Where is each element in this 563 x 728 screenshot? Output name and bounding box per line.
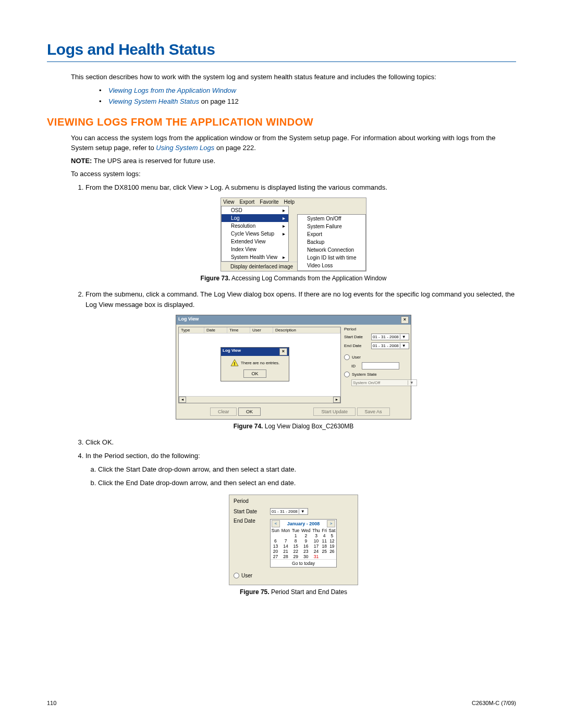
table-header[interactable]: Date: [204, 327, 227, 333]
table-header[interactable]: User: [250, 327, 273, 333]
link-viewing-logs[interactable]: Viewing Logs from the Application Window: [108, 87, 236, 94]
calendar-cell[interactable]: 11: [321, 538, 328, 544]
calendar-cell[interactable]: 3: [311, 533, 321, 538]
calendar-cell: [321, 554, 328, 559]
menu-item[interactable]: Extended View: [222, 238, 288, 245]
system-state-radio[interactable]: [344, 372, 350, 377]
horizontal-scrollbar[interactable]: ◄►: [179, 396, 340, 403]
step-4: In the Period section, do the following:…: [85, 451, 516, 489]
calendar-cell[interactable]: 31: [311, 554, 321, 559]
id-input[interactable]: [362, 362, 399, 369]
calendar-cell[interactable]: 29: [291, 554, 300, 559]
calendar-cell[interactable]: 10: [311, 538, 321, 544]
doc-id: C2630M-C (7/09): [472, 700, 516, 706]
menu-item[interactable]: Cycle Views Setup▸: [222, 230, 288, 238]
calendar-cell[interactable]: 17: [311, 544, 321, 549]
calendar-cell[interactable]: 27: [271, 554, 280, 559]
calendar-cell[interactable]: 26: [328, 549, 336, 554]
link-system-health[interactable]: Viewing System Health Status: [108, 97, 199, 105]
menu-footer[interactable]: Display deinterlaced image: [221, 262, 297, 271]
save-as-button[interactable]: Save As: [357, 408, 390, 416]
close-icon[interactable]: ×: [279, 348, 287, 355]
user-radio[interactable]: [234, 573, 239, 578]
bullet2-rest: on page 112: [199, 97, 239, 105]
menu-item[interactable]: System Health View▸: [222, 253, 288, 261]
calendar-cell[interactable]: 19: [328, 544, 336, 549]
bullet-viewing-logs: Viewing Logs from the Application Window: [108, 85, 516, 96]
table-header[interactable]: Description: [273, 327, 340, 333]
calendar-cell[interactable]: 14: [280, 544, 291, 549]
calendar-cell[interactable]: 12: [328, 538, 336, 544]
calendar-cell[interactable]: 25: [321, 549, 328, 554]
submenu-item[interactable]: Login ID list with time: [298, 254, 365, 262]
submenu-item[interactable]: Export: [298, 230, 365, 238]
calendar-cell[interactable]: 13: [271, 544, 280, 549]
ok-button[interactable]: OK: [243, 369, 266, 378]
submenu-item[interactable]: System Failure: [298, 223, 365, 230]
menu-item[interactable]: Index View: [222, 245, 288, 253]
calendar-cell[interactable]: 21: [280, 549, 291, 554]
chevron-right-icon: ▸: [283, 223, 285, 229]
svg-text:!: !: [234, 361, 235, 366]
start-date-picker[interactable]: 01 - 31 - 2008▼: [270, 508, 308, 515]
calendar-cell[interactable]: 15: [291, 544, 300, 549]
step-3: Click OK.: [85, 437, 516, 448]
start-date-picker[interactable]: 01 - 31 - 2008▼: [371, 334, 409, 340]
log-table: TypeDateTimeUserDescription Log View × !: [178, 327, 341, 403]
calendar-cell[interactable]: 6: [271, 538, 280, 544]
go-to-today-button[interactable]: Go to today: [271, 559, 336, 567]
calendar-prev-button[interactable]: <: [272, 520, 280, 527]
step-4b: Click the End Date drop-down arrow, and …: [98, 477, 516, 489]
menu-help[interactable]: Help: [284, 199, 295, 205]
menu-favorite[interactable]: Favorite: [260, 199, 278, 205]
menu-item[interactable]: OSD▸: [222, 206, 288, 214]
submenu-item[interactable]: Backup: [298, 238, 365, 246]
chevron-right-icon: ▸: [283, 215, 285, 221]
system-state-select[interactable]: System On/Off▼: [351, 379, 417, 386]
calendar-cell[interactable]: 16: [300, 544, 311, 549]
menu-item[interactable]: Resolution▸: [222, 222, 288, 230]
clear-button[interactable]: Clear: [210, 408, 237, 416]
calendar-cell[interactable]: 23: [300, 549, 311, 554]
user-radio[interactable]: [344, 354, 350, 360]
calendar-cell[interactable]: 2: [300, 533, 311, 538]
menu-view[interactable]: View: [223, 199, 235, 205]
calendar-day-header: Wed: [300, 528, 311, 533]
submenu-item[interactable]: System On/Off: [298, 215, 365, 223]
figure-75-caption: Figure 75. Period Start and End Dates: [71, 588, 516, 596]
user-label: User: [241, 573, 252, 578]
table-header[interactable]: Type: [179, 327, 204, 333]
calendar-widget[interactable]: < January - 2008 > SunMonTueWedThuFriSat…: [270, 519, 337, 567]
calendar-next-button[interactable]: >: [327, 520, 335, 527]
calendar-cell[interactable]: 22: [291, 549, 300, 554]
calendar-cell[interactable]: 7: [280, 538, 291, 544]
calendar-cell[interactable]: 20: [271, 549, 280, 554]
calendar-cell[interactable]: 30: [300, 554, 311, 559]
calendar-cell[interactable]: 5: [328, 533, 336, 538]
chevron-right-icon: ▸: [283, 207, 285, 213]
calendar-cell[interactable]: 28: [280, 554, 291, 559]
calendar-cell[interactable]: 1: [291, 533, 300, 538]
section-p1: You can access the system logs from the …: [71, 133, 516, 153]
menu-item[interactable]: Log▸: [222, 214, 288, 222]
calendar-cell[interactable]: 24: [311, 549, 321, 554]
calendar-cell[interactable]: 4: [321, 533, 328, 538]
menu-export[interactable]: Export: [239, 199, 254, 205]
end-date-picker[interactable]: 01 - 31 - 2008▼: [371, 342, 409, 349]
chevron-right-icon: ▸: [283, 254, 285, 260]
access-intro: To access system logs:: [71, 169, 516, 179]
close-icon[interactable]: ×: [401, 316, 409, 324]
calendar-cell[interactable]: 9: [300, 538, 311, 544]
calendar-cell[interactable]: 8: [291, 538, 300, 544]
calendar-cell[interactable]: 18: [321, 544, 328, 549]
submenu-item[interactable]: Video Loss: [298, 262, 365, 269]
calendar-grid[interactable]: SunMonTueWedThuFriSat1234567891011121314…: [271, 528, 336, 559]
ok-button[interactable]: OK: [238, 408, 261, 416]
page-title: Logs and Health Status: [47, 41, 516, 58]
submenu-item[interactable]: Network Connection: [298, 246, 365, 254]
no-entries-dialog: Log View × ! There are no entries.: [221, 347, 289, 381]
link-using-system-logs[interactable]: Using System Logs: [156, 144, 214, 152]
system-state-label: System State: [352, 372, 377, 377]
table-header[interactable]: Time: [227, 327, 250, 333]
start-update-button[interactable]: Start Update: [313, 408, 356, 416]
